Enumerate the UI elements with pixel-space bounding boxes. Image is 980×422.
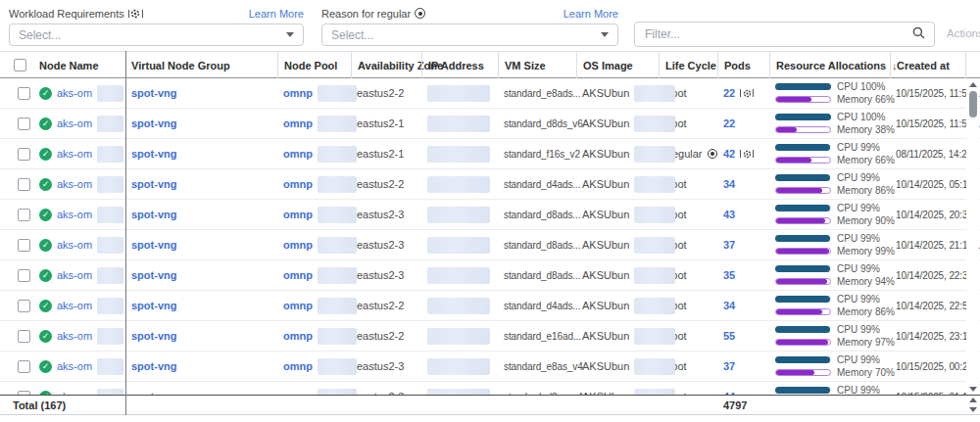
- node-pool-link[interactable]: omnp: [283, 117, 313, 129]
- pods-count-link[interactable]: 55: [723, 330, 735, 342]
- select-all-checkbox[interactable]: [14, 59, 26, 71]
- col-node-pool[interactable]: Node Pool: [277, 52, 351, 78]
- node-name-link[interactable]: aks-om: [57, 178, 92, 190]
- virtual-node-group-link[interactable]: spot-vng: [131, 330, 176, 342]
- node-pool-link[interactable]: omnp: [283, 87, 313, 99]
- row-checkbox[interactable]: [18, 209, 30, 221]
- virtual-node-group-link[interactable]: spot-vng: [131, 360, 176, 372]
- reason-for-regular-select[interactable]: Select...: [321, 23, 618, 46]
- vertical-scrollbar[interactable]: [966, 78, 979, 395]
- table-row[interactable]: ✓ aks-om spot-vng omnp eastus2-3 standar…: [0, 200, 980, 230]
- col-availability-zone[interactable]: Availability Zone: [351, 52, 421, 78]
- pods-count-link[interactable]: 43: [723, 209, 735, 220]
- virtual-node-group-link[interactable]: spot-vng: [131, 117, 176, 129]
- node-pool-link[interactable]: omnp: [283, 239, 313, 251]
- resource-allocations-cell: CPU 99% Memory 97%: [769, 325, 890, 348]
- memory-label: Memory 70%: [837, 367, 895, 378]
- node-pool-cell: omnp: [277, 298, 351, 314]
- col-pods[interactable]: Pods: [717, 52, 769, 78]
- virtual-node-group-link[interactable]: spot-vng: [131, 148, 176, 160]
- node-pool-link[interactable]: omnp: [283, 300, 313, 311]
- resource-allocations-cell: CPU 99% Memory 94%: [769, 264, 890, 287]
- workload-learn-more-link[interactable]: Learn More: [249, 8, 304, 20]
- virtual-node-group-link[interactable]: spot-vng: [131, 87, 176, 99]
- col-life-cycle[interactable]: Life Cycle: [659, 52, 717, 78]
- cpu-bar-fill: [775, 265, 830, 272]
- row-checkbox[interactable]: [18, 117, 30, 130]
- pods-count-link[interactable]: 37: [723, 239, 735, 251]
- col-resource-allocations[interactable]: Resource Allocations ↓: [769, 52, 890, 78]
- node-pool-link[interactable]: omnp: [283, 360, 313, 372]
- row-checkbox[interactable]: [18, 178, 30, 191]
- col-os-image[interactable]: OS Image: [576, 52, 659, 78]
- node-name-link[interactable]: aks-om: [57, 148, 92, 160]
- node-name-cell: ✓ aks-om: [33, 207, 125, 223]
- pods-count-link[interactable]: 35: [723, 269, 735, 281]
- table-row[interactable]: ✓ aks-om spot-vng omnp eastus2-3 standar…: [0, 352, 980, 382]
- col-node-name[interactable]: Node Name: [33, 60, 125, 71]
- node-pool-link[interactable]: omnp: [283, 269, 313, 281]
- table-row[interactable]: ✓ aks-om spot-vng omnp eastus2-1 standar…: [0, 139, 980, 169]
- workload-requirements-select[interactable]: Select...: [9, 23, 304, 46]
- row-checkbox[interactable]: [18, 269, 30, 282]
- cpu-label: CPU 99%: [837, 203, 880, 213]
- scroll-up-button[interactable]: [966, 78, 979, 90]
- node-name-link[interactable]: aks-om: [57, 209, 92, 220]
- row-checkbox[interactable]: [18, 300, 30, 312]
- scrollbar-thumb[interactable]: [969, 91, 977, 117]
- outer-scroll-up-icon[interactable]: [969, 398, 977, 402]
- row-checkbox[interactable]: [18, 330, 30, 343]
- pods-count-link[interactable]: 22: [723, 87, 735, 99]
- outer-scrollbar[interactable]: [966, 398, 979, 412]
- pods-count-link[interactable]: 22: [723, 117, 735, 129]
- node-name-link[interactable]: aks-om: [57, 239, 92, 251]
- virtual-node-group-link[interactable]: spot-vng: [131, 300, 176, 311]
- pods-count-link[interactable]: 42: [723, 148, 735, 160]
- row-checkbox[interactable]: [18, 360, 30, 373]
- pods-count-link[interactable]: 34: [723, 300, 735, 311]
- row-checkbox[interactable]: [18, 239, 30, 252]
- node-name-link[interactable]: aks-om: [57, 300, 92, 311]
- node-name-link[interactable]: aks-om: [57, 360, 92, 372]
- table-row[interactable]: ✓ aks-om spot-vng omnp eastus2-2 standar…: [0, 78, 980, 109]
- virtual-node-group-link[interactable]: spot-vng: [131, 239, 176, 251]
- virtual-node-group-link[interactable]: spot-vng: [131, 269, 176, 281]
- ip-address-cell: [421, 176, 498, 193]
- node-pool-link[interactable]: omnp: [283, 178, 313, 190]
- row-checkbox[interactable]: [18, 87, 30, 100]
- node-name-link[interactable]: aks-om: [57, 117, 92, 129]
- table-row[interactable]: ✓ aks-om spot-vng omnp eastus2-2 standar…: [0, 169, 980, 200]
- filter-input[interactable]: [635, 27, 912, 41]
- actions-button[interactable]: Actions: [947, 27, 980, 39]
- pods-count-link[interactable]: 34: [723, 178, 735, 190]
- os-image-text: AKSUbun: [582, 87, 629, 99]
- table-row[interactable]: ✓ aks-om spot-vng omnp eastus2-3 standar…: [0, 230, 980, 260]
- reason-learn-more-link[interactable]: Learn More: [564, 8, 618, 20]
- node-pool-link[interactable]: omnp: [283, 148, 313, 160]
- virtual-node-group-link[interactable]: spot-vng: [131, 178, 176, 190]
- virtual-node-group-cell: spot-vng: [125, 87, 277, 99]
- node-name-link[interactable]: aks-om: [57, 87, 92, 99]
- col-created-at[interactable]: Created at: [890, 52, 966, 78]
- table-row[interactable]: ✓ aks-om spot-vng omnp eastus2-1 standar…: [0, 109, 980, 139]
- ip-address-cell: [421, 85, 498, 102]
- regular-target-icon: [708, 149, 717, 159]
- node-name-link[interactable]: aks-om: [57, 269, 92, 281]
- table-row[interactable]: ✓ aks-om spot-vng omnp eastus2-3 standar…: [0, 382, 980, 396]
- col-ip-address[interactable]: IP Address: [421, 52, 498, 78]
- table-row[interactable]: ✓ aks-om spot-vng omnp eastus2-2 standar…: [0, 321, 980, 352]
- vm-size-cell: standard_d4ads...: [498, 301, 576, 311]
- node-pool-link[interactable]: omnp: [283, 330, 313, 342]
- scroll-down-button[interactable]: [966, 383, 979, 395]
- node-name-link[interactable]: aks-om: [57, 330, 92, 342]
- search-icon[interactable]: [912, 25, 925, 43]
- table-row[interactable]: ✓ aks-om spot-vng omnp eastus2-3 standar…: [0, 260, 980, 291]
- pods-count-link[interactable]: 37: [723, 360, 735, 372]
- table-row[interactable]: ✓ aks-om spot-vng omnp eastus2-2 standar…: [0, 291, 980, 321]
- outer-scroll-down-icon[interactable]: [969, 407, 977, 412]
- col-virtual-node-group[interactable]: Virtual Node Group: [125, 60, 277, 71]
- node-pool-link[interactable]: omnp: [283, 209, 313, 220]
- row-checkbox[interactable]: [18, 148, 30, 161]
- col-vm-size[interactable]: VM Size: [498, 52, 576, 78]
- virtual-node-group-link[interactable]: spot-vng: [131, 209, 176, 220]
